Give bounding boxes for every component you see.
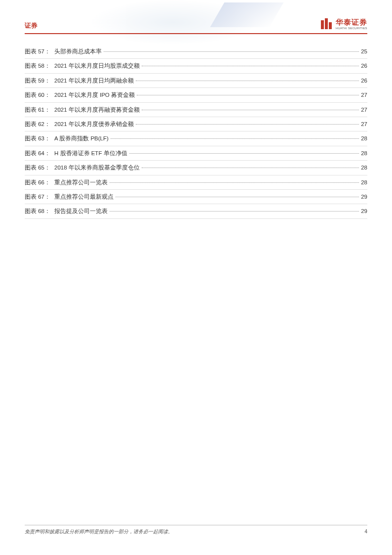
- toc-title: 报告提及公司一览表: [54, 207, 108, 215]
- toc-title: 2018 年以来券商股基金季度仓位: [54, 163, 140, 172]
- toc-entry: 图表 68：报告提及公司一览表29: [25, 204, 367, 218]
- toc-page: 27: [361, 120, 367, 128]
- toc-page: 26: [361, 76, 367, 85]
- table-of-contents: 图表 57：头部券商总成本率25 图表 58：2021 年以来月度日均股票成交额…: [25, 44, 367, 219]
- page-footer: 免责声明和披露以及分析师声明是报告的一部分，请务必一起阅读。 4: [25, 525, 367, 535]
- toc-title: 头部券商总成本率: [54, 47, 102, 56]
- toc-entry: 图表 66：重点推荐公司一览表28: [25, 175, 367, 190]
- toc-label: 图表 68：: [25, 207, 50, 215]
- toc-entry: 图表 60：2021 年以来月度 IPO 募资金额27: [25, 88, 367, 102]
- page-header: 证券 华泰证券 HUATAI SECURITIES: [25, 17, 367, 34]
- toc-dots: [136, 124, 359, 125]
- toc-entry: 图表 61：2021 年以来月度再融资募资金额27: [25, 103, 367, 117]
- toc-page: 25: [361, 47, 367, 56]
- toc-title: 2021 年以来月度债券承销金额: [54, 120, 134, 128]
- toc-entry: 图表 62：2021 年以来月度债券承销金额27: [25, 117, 367, 131]
- toc-page: 27: [361, 105, 367, 114]
- footer-page-number: 4: [364, 529, 367, 534]
- toc-entry: 图表 64：H 股香港证券 ETF 单位净值28: [25, 146, 367, 161]
- toc-dots: [142, 66, 359, 66]
- svg-rect-1: [325, 18, 328, 29]
- toc-entry: 图表 57：头部券商总成本率25: [25, 44, 367, 59]
- svg-rect-0: [321, 20, 324, 29]
- toc-dots: [142, 110, 359, 110]
- toc-entry: 图表 65：2018 年以来券商股基金季度仓位28: [25, 161, 367, 175]
- footer-disclaimer: 免责声明和披露以及分析师声明是报告的一部分，请务必一起阅读。: [25, 528, 173, 535]
- toc-label: 图表 63：: [25, 134, 50, 143]
- toc-title: 重点推荐公司最新观点: [54, 192, 114, 201]
- header-title: 证券: [25, 21, 38, 30]
- toc-dots: [116, 197, 359, 197]
- toc-dots: [142, 168, 359, 168]
- toc-label: 图表 66：: [25, 178, 50, 187]
- toc-title: 重点推荐公司一览表: [54, 178, 108, 187]
- toc-page: 27: [361, 90, 367, 99]
- toc-dots: [111, 138, 359, 139]
- toc-page: 28: [361, 134, 367, 143]
- toc-label: 图表 59：: [25, 76, 50, 85]
- toc-label: 图表 64：: [25, 149, 50, 158]
- toc-label: 图表 67：: [25, 192, 50, 201]
- logo-english: HUATAI SECURITIES: [336, 27, 367, 30]
- toc-page: 26: [361, 61, 367, 70]
- toc-label: 图表 58：: [25, 61, 50, 70]
- logo-icon: [320, 17, 333, 30]
- toc-entry: 图表 58：2021 年以来月度日均股票成交额26: [25, 59, 367, 73]
- toc-title: A 股券商指数 PB(LF): [54, 134, 109, 143]
- toc-dots: [129, 153, 359, 154]
- toc-label: 图表 62：: [25, 120, 50, 128]
- toc-dots: [137, 95, 359, 95]
- toc-page: 28: [361, 163, 367, 172]
- brand-logo: 华泰证券 HUATAI SECURITIES: [320, 17, 367, 30]
- svg-rect-2: [329, 22, 332, 29]
- toc-label: 图表 61：: [25, 105, 50, 114]
- toc-page: 29: [361, 192, 367, 201]
- toc-dots: [110, 182, 359, 183]
- toc-entry: 图表 63：A 股券商指数 PB(LF)28: [25, 131, 367, 146]
- toc-page: 29: [361, 207, 367, 215]
- toc-entry: 图表 67：重点推荐公司最新观点29: [25, 190, 367, 204]
- toc-label: 图表 60：: [25, 90, 50, 99]
- toc-dots: [136, 81, 359, 81]
- toc-title: 2021 年以来月度日均两融余额: [54, 76, 134, 85]
- logo-text: 华泰证券 HUATAI SECURITIES: [336, 18, 367, 30]
- toc-page: 28: [361, 149, 367, 158]
- toc-label: 图表 65：: [25, 163, 50, 172]
- toc-title: H 股香港证券 ETF 单位净值: [54, 149, 127, 158]
- toc-label: 图表 57：: [25, 47, 50, 56]
- toc-title: 2021 年以来月度 IPO 募资金额: [54, 90, 135, 99]
- toc-page: 28: [361, 178, 367, 187]
- toc-dots: [104, 51, 359, 52]
- toc-title: 2021 年以来月度再融资募资金额: [54, 105, 140, 114]
- toc-entry: 图表 59：2021 年以来月度日均两融余额26: [25, 74, 367, 88]
- toc-dots: [110, 211, 359, 212]
- toc-title: 2021 年以来月度日均股票成交额: [54, 61, 140, 70]
- logo-chinese: 华泰证券: [336, 18, 367, 26]
